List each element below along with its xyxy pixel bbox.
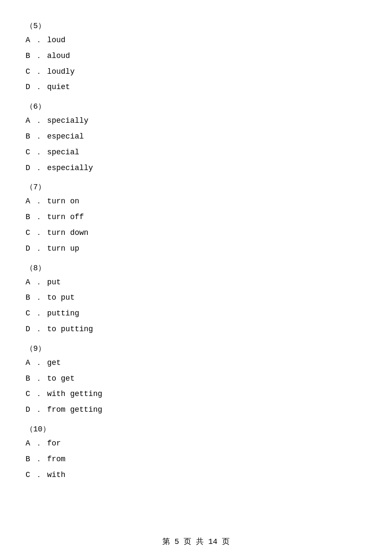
option-q9-c: C ． with getting	[26, 388, 366, 400]
option-q6-c: C ． special	[26, 146, 366, 159]
option-q8-d: D ． to putting	[26, 323, 366, 335]
option-q5-b: B ． aloud	[26, 50, 366, 62]
question-q10: （10）A ． forB ． fromC ． with	[26, 424, 366, 481]
question-q9: （9）A ． getB ． to getC ． with gettingD ． …	[26, 343, 366, 416]
option-q7-a: A ． turn on	[26, 195, 366, 208]
question-number-q7: （7）	[26, 182, 366, 192]
option-q6-a: A ． specially	[26, 115, 366, 127]
option-q8-b: B ． to put	[26, 292, 366, 304]
page-footer: 第 5 页 共 14 页	[0, 536, 392, 546]
option-q10-c: C ． with	[26, 469, 366, 481]
question-number-q5: （5）	[26, 20, 366, 31]
option-q7-b: B ． turn off	[26, 211, 366, 223]
option-q10-b: B ． from	[26, 453, 366, 465]
option-q9-a: A ． get	[26, 357, 366, 369]
question-number-q6: （6）	[26, 101, 366, 111]
main-content: （5）A ． loudB ． aloudC ． loudlyD ． quiet（…	[0, 0, 392, 510]
question-q7: （7）A ． turn onB ． turn offC ． turn downD…	[26, 182, 366, 254]
option-q8-a: A ． put	[26, 276, 366, 289]
question-number-q9: （9）	[26, 343, 366, 353]
question-q5: （5）A ． loudB ． aloudC ． loudlyD ． quiet	[26, 20, 366, 93]
option-q8-c: C ． putting	[26, 307, 366, 320]
question-number-q10: （10）	[26, 424, 366, 434]
option-q5-a: A ． loud	[26, 34, 366, 46]
option-q7-d: D ． turn up	[26, 243, 366, 255]
option-q9-b: B ． to get	[26, 373, 366, 385]
question-number-q8: （8）	[26, 263, 366, 273]
question-q8: （8）A ． putB ． to putC ． puttingD ． to pu…	[26, 263, 366, 335]
option-q6-d: D ． especially	[26, 162, 366, 174]
option-q7-c: C ． turn down	[26, 227, 366, 239]
footer-text: 第 5 页 共 14 页	[162, 538, 230, 546]
option-q9-d: D ． from getting	[26, 404, 366, 416]
option-q5-d: D ． quiet	[26, 81, 366, 93]
option-q6-b: B ． especial	[26, 130, 366, 143]
question-q6: （6）A ． speciallyB ． especialC ． specialD…	[26, 101, 366, 174]
option-q5-c: C ． loudly	[26, 66, 366, 78]
option-q10-a: A ． for	[26, 437, 366, 450]
